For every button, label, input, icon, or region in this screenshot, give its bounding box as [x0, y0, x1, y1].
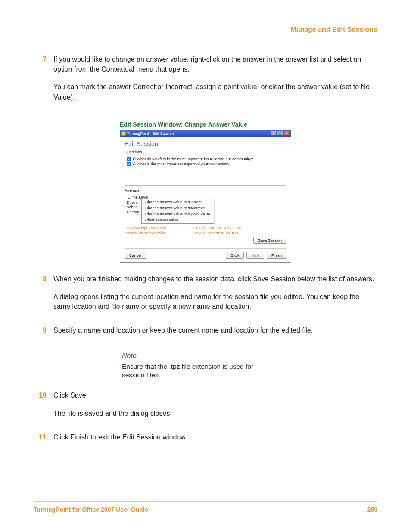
step-number: 8 [34, 274, 53, 320]
step-9-p1: Specify a name and location or keep the … [53, 325, 377, 335]
step-body: Specify a name and location or keep the … [53, 325, 377, 343]
step-10: 10 Click Save. The file is saved and the… [34, 390, 377, 426]
step-number: 10 [34, 390, 53, 426]
questions-label: Questions [125, 150, 286, 154]
step-9: 9 Specify a name and location or keep th… [34, 325, 377, 343]
step-10-p1: Click Save. [53, 390, 377, 400]
step-number: 9 [34, 325, 53, 343]
question-row-2[interactable]: 2) What is the most important aspect of … [127, 162, 284, 167]
note-block: Note Ensure that the .tpz file extension… [114, 351, 277, 381]
question-type: Question type: Standard [125, 226, 193, 230]
step-7-p1: If you would like to change an answer va… [53, 54, 377, 74]
step-11: 11 Click Finish to exit the Edit Session… [34, 432, 377, 450]
back-button[interactable]: Back [226, 252, 244, 259]
finish-button[interactable]: Finish [267, 252, 286, 259]
question-1-text: 1) What do you feel is the most importan… [132, 156, 253, 162]
section-header: Manage and Edit Sessions [34, 26, 377, 34]
save-row: Save Session [125, 237, 286, 244]
step-8-p2: A dialog opens listing the current locat… [53, 292, 377, 311]
step-number: 11 [34, 432, 53, 450]
page: Manage and Edit Sessions 7 If you would … [0, 0, 411, 532]
ctx-item-point-value[interactable]: Change answer value to a point value [142, 211, 214, 217]
default-correct: Default "Correct" value: 100 [193, 226, 241, 230]
question-1-checkbox[interactable] [127, 157, 131, 161]
step-10-p2: The file is saved and the dialog closes. [53, 408, 377, 418]
step-number: 7 [34, 54, 53, 110]
save-session-button[interactable]: Save Session [253, 237, 286, 244]
window-titlebar: TurningPoint - Edit Session _ ▢ ✕ [120, 130, 291, 137]
ctx-item-incorrect[interactable]: Change answer value to 'Incorrect' [142, 205, 214, 211]
footer-page-number: 259 [367, 506, 377, 513]
maximize-icon[interactable]: ▢ [277, 131, 283, 136]
dialog-heading: Edit Session [125, 140, 286, 147]
page-footer: TurningPoint for Office 2007 User Guide … [34, 501, 377, 513]
screenshot-edit-session: TurningPoint - Edit Session _ ▢ ✕ Edit S… [120, 130, 291, 263]
answer-value: Answer Value: No Value [125, 231, 193, 235]
step-body: Click Save. The file is saved and the di… [53, 390, 377, 426]
note-title: Note [122, 352, 277, 360]
question-2-checkbox[interactable] [127, 162, 131, 166]
step-8-p1: When you are finished making changes to … [53, 274, 377, 284]
ctx-item-correct[interactable]: Change answer value to 'Correct' [142, 199, 214, 205]
step-body: When you are finished making changes to … [53, 274, 377, 320]
note-body: Ensure that the .tpz file extension is u… [122, 362, 277, 380]
close-icon[interactable]: ✕ [283, 131, 290, 136]
default-incorrect: Default "Incorrect" value: 0 [193, 231, 239, 235]
figure-caption: Edit Session Window: Change Answer Value [120, 121, 291, 128]
step-7: 7 If you would like to change an answer … [34, 54, 377, 110]
questions-panel: 1) What do you feel is the most importan… [125, 155, 286, 186]
figure: Edit Session Window: Change Answer Value… [34, 116, 377, 263]
ctx-item-clear[interactable]: Clear answer value [142, 217, 214, 223]
question-row-1[interactable]: 1) What do you feel is the most importan… [127, 156, 284, 162]
minimize-icon[interactable]: _ [271, 131, 277, 136]
question-2-text: 2) What is the most important aspect of … [132, 162, 230, 167]
step-body: If you would like to change an answer va… [53, 54, 377, 110]
window-title: TurningPoint - Edit Session [127, 131, 174, 136]
step-body: Click Finish to exit the Edit Session wi… [53, 432, 377, 450]
app-icon [121, 131, 126, 136]
wizard-button-row: Cancel Back Next Finish [125, 248, 286, 259]
cancel-button[interactable]: Cancel [125, 252, 146, 259]
info-line-2: Answer Value: No Value Default "Incorrec… [125, 231, 286, 235]
footer-left: TurningPoint for Office 2007 User Guide [34, 506, 148, 513]
step-8: 8 When you are finished making changes t… [34, 274, 377, 320]
context-menu: Change answer value to 'Correct' Change … [141, 199, 214, 224]
step-11-p1: Click Finish to exit the Edit Session wi… [53, 432, 377, 442]
info-line-1: Question type: Standard Default "Correct… [125, 226, 286, 230]
answers-panel: Crime Level Downt School Unemp Change an… [125, 193, 286, 223]
next-button: Next [246, 252, 264, 259]
step-7-p2: You can mark the answer Correct or Incor… [53, 82, 377, 102]
answers-label: Answers [125, 188, 286, 193]
